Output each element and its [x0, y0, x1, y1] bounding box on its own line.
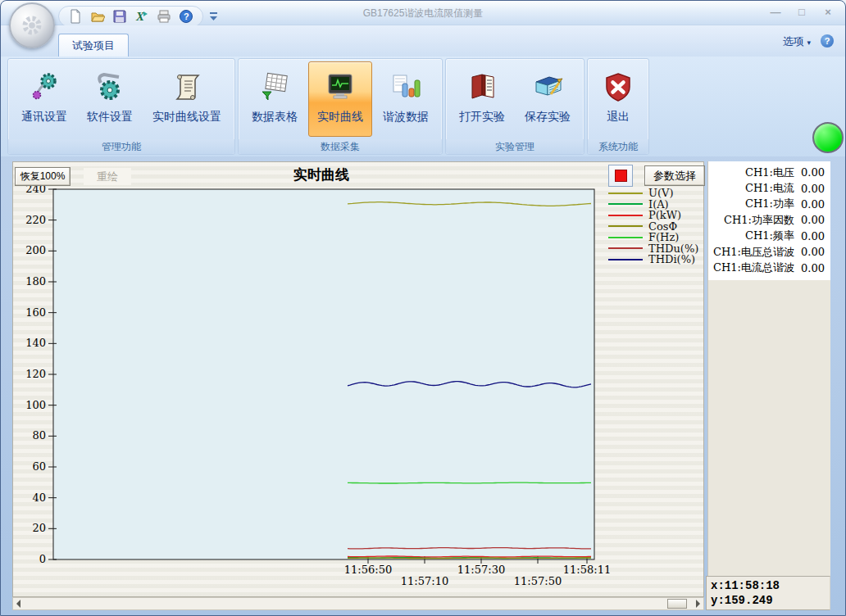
new-file-icon[interactable]	[67, 8, 84, 25]
reading-value: 0.00	[794, 166, 830, 179]
open-experiment-book-icon	[465, 69, 499, 105]
legend-line-sample	[608, 247, 643, 249]
svg-text:60: 60	[32, 460, 46, 473]
scroll-right-icon[interactable]	[696, 600, 700, 608]
svg-text:140: 140	[25, 337, 46, 349]
application-menu-orb[interactable]	[9, 2, 55, 48]
legend-label: THDi(%)	[648, 254, 695, 265]
legend-label: F(Hz)	[648, 232, 679, 242]
legend-item: U(V)	[608, 188, 705, 199]
tab-test-items[interactable]: 试验项目	[58, 34, 129, 57]
close-button[interactable]: ×	[819, 5, 837, 20]
gear-icon	[18, 11, 46, 39]
svg-text:11:57:10: 11:57:10	[401, 575, 448, 587]
reading-value: 0.00	[794, 198, 830, 211]
legend-item: P(kW)	[608, 210, 705, 221]
legend-label: U(V)	[648, 188, 674, 198]
reading-label: CH1:电流总谐波	[708, 260, 794, 275]
legend-item: THDi(%)	[608, 254, 705, 265]
reading-row: CH1:功率因数0.00	[708, 212, 830, 228]
reading-value: 0.00	[794, 230, 830, 242]
ribbon-group-4: 退出系统功能	[587, 58, 649, 155]
chart-panel: 02040608010012014016018020022024011:56:5…	[12, 161, 704, 597]
parameter-select-button[interactable]: 参数选择	[644, 165, 705, 186]
plot-area[interactable]	[53, 189, 594, 559]
help-icon[interactable]: ?	[178, 8, 194, 25]
horizontal-scrollbar[interactable]	[12, 597, 704, 610]
svg-text:11:57:30: 11:57:30	[457, 564, 505, 576]
ribbon-button-label: 数据表格	[252, 110, 298, 125]
legend-line-sample	[608, 237, 643, 238]
chevron-down-icon: ▾	[807, 38, 811, 47]
ribbon-button-open-experiment-book[interactable]: 打开实验	[450, 61, 514, 137]
save-icon[interactable]	[111, 8, 128, 25]
readings-panel: CH1:电压0.00CH1:电流0.00CH1:功率0.00CH1:功率因数0.…	[707, 161, 830, 576]
ribbon-button-curve-settings-scroll[interactable]: 实时曲线设置	[143, 61, 230, 137]
customize-toolbar-icon[interactable]	[209, 11, 219, 22]
scrollbar-thumb[interactable]	[667, 599, 687, 609]
reading-label: CH1:频率	[708, 229, 794, 243]
reading-label: CH1:电压	[708, 165, 794, 180]
comm-gear-icon	[27, 69, 61, 105]
reading-row: CH1:电流总谐波0.00	[708, 260, 830, 275]
ribbon-button-label: 保存实验	[525, 110, 571, 125]
quick-access-toolbar: X?	[58, 6, 203, 27]
cursor-coordinates: x:11:58:18 y:159.249	[706, 576, 830, 610]
minimize-button[interactable]: —	[766, 5, 785, 20]
ribbon-button-save-experiment-notebook[interactable]: 保存实验	[516, 61, 580, 137]
legend-line-sample	[608, 215, 643, 216]
svg-text:11:58:11: 11:58:11	[563, 564, 611, 576]
ribbon-button-label: 实时曲线	[317, 110, 363, 125]
reading-row: CH1:功率0.00	[708, 197, 830, 212]
stop-button[interactable]	[608, 165, 633, 187]
ribbon-button-harmonic-bars[interactable]: 谐波数据	[374, 61, 438, 137]
legend-line-sample	[608, 225, 643, 227]
print-icon[interactable]	[156, 8, 172, 25]
svg-text:11:57:50: 11:57:50	[514, 575, 562, 587]
options-menu[interactable]: 选项 ▾	[783, 34, 811, 51]
open-folder-icon[interactable]	[89, 8, 106, 25]
svg-text:?: ?	[184, 11, 189, 21]
legend-item: I(A)	[608, 199, 705, 211]
ribbon-group-label: 管理功能	[8, 139, 234, 154]
help-icon[interactable]: ?	[821, 34, 834, 48]
svg-text:220: 220	[25, 214, 46, 226]
reading-label: CH1:功率因数	[708, 213, 794, 228]
svg-text:20: 20	[32, 522, 46, 534]
ribbon-group-label: 系统功能	[588, 139, 648, 154]
redraw-button[interactable]: 重绘	[84, 168, 131, 185]
curve-settings-scroll-icon	[170, 69, 204, 105]
svg-text:40: 40	[32, 491, 46, 504]
tab-row: 试验项目 选项 ▾ ?	[1, 25, 845, 57]
data-table-icon	[257, 69, 292, 105]
cursor-y-value: y:159.249	[711, 593, 826, 608]
reading-value: 0.00	[794, 246, 830, 258]
ribbon-group-3: 打开实验保存实验实验管理	[445, 58, 584, 155]
realtime-curve-monitor-icon	[323, 69, 357, 105]
cursor-x-value: x:11:58:18	[711, 578, 826, 593]
restore-zoom-button[interactable]: 恢复100%	[15, 167, 70, 186]
ribbon-group-label: 实验管理	[446, 139, 584, 154]
svg-text:11:56:50: 11:56:50	[344, 564, 392, 576]
ribbon-button-label: 谐波数据	[383, 110, 429, 125]
ribbon-group-2: 数据表格实时曲线谐波数据数据采集	[238, 58, 443, 155]
ribbon-button-realtime-curve-monitor[interactable]: 实时曲线	[308, 61, 372, 137]
ribbon-button-data-table[interactable]: 数据表格	[243, 61, 307, 137]
ribbon-button-comm-gear[interactable]: 通讯设置	[12, 61, 76, 137]
reading-row: CH1:频率0.00	[708, 229, 830, 244]
svg-text:180: 180	[25, 275, 46, 288]
legend-line-sample	[608, 203, 643, 205]
reading-value: 0.00	[794, 183, 830, 195]
excel-export-icon[interactable]: X	[134, 8, 150, 25]
software-gear-icon	[93, 69, 127, 105]
ribbon-button-label: 打开实验	[459, 110, 505, 125]
reading-value: 0.00	[794, 214, 830, 226]
reading-row: CH1:电流0.00	[708, 180, 830, 196]
scroll-left-icon[interactable]	[16, 600, 20, 608]
reading-row: CH1:电压总谐波0.00	[708, 244, 830, 260]
maximize-button[interactable]: □	[793, 5, 811, 20]
legend-label: I(A)	[648, 199, 669, 210]
ribbon-button-software-gear[interactable]: 软件设置	[78, 61, 142, 137]
legend-item: THDu(%)	[608, 243, 705, 255]
ribbon-button-exit-shield[interactable]: 退出	[592, 61, 644, 137]
